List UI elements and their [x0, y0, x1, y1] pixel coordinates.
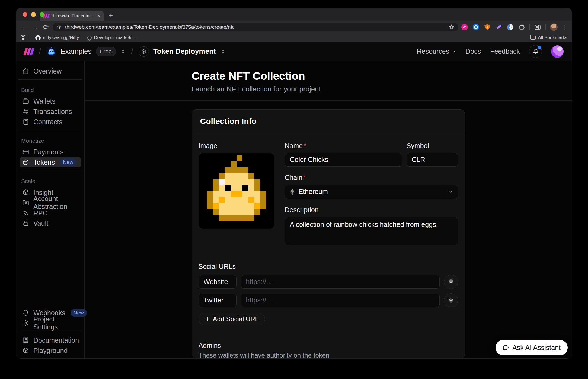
add-social-url-button[interactable]: Add Social URL: [199, 313, 265, 325]
sidebar-section-monetize: Monetize: [21, 138, 81, 144]
extension-purple-icon[interactable]: [495, 24, 502, 31]
sidebar-label: Vault: [33, 219, 48, 227]
social-urls-label: Social URLs: [199, 263, 458, 270]
trash-icon: [448, 279, 454, 285]
ask-ai-assistant-button[interactable]: Ask AI Assistant: [496, 340, 568, 355]
extensions-row: ⋮: [461, 23, 568, 31]
breadcrumb-slash: /: [131, 47, 133, 56]
name-input[interactable]: [285, 153, 402, 167]
plus-icon: [205, 316, 210, 322]
toolbar-divider: [529, 24, 530, 30]
browser-toolbar: ← → ⟳ thirdweb.com/team/examples/Token-D…: [16, 21, 572, 33]
social-platform-input[interactable]: [199, 275, 237, 289]
image-label: Image: [199, 142, 274, 150]
ethereum-icon: [290, 188, 295, 195]
sidebar-item-rpc[interactable]: RPC: [20, 208, 81, 218]
required-asterisk: *: [304, 142, 306, 149]
extension-blue-ring-icon[interactable]: [472, 24, 480, 31]
page-title: Create NFT Collection: [192, 70, 465, 82]
sidebar-item-overview[interactable]: Overview: [20, 66, 81, 76]
sidebar-section-scale: Scale: [21, 178, 81, 184]
sidebar-divider: [18, 79, 82, 80]
sidebar-item-transactions[interactable]: Transactions: [20, 106, 81, 117]
side-panel-search-icon[interactable]: [534, 24, 541, 31]
bookmark-niftyswap[interactable]: niftyswap.gg/Nifty...: [35, 35, 82, 40]
forward-icon[interactable]: →: [31, 23, 39, 31]
project-name[interactable]: Token Deployment: [153, 47, 216, 56]
apps-grid-icon[interactable]: [21, 35, 25, 40]
chevrons-up-down-icon[interactable]: [120, 49, 126, 54]
bell-icon: [22, 309, 29, 316]
package-icon: [22, 189, 29, 196]
sidebar-item-contracts[interactable]: Contracts: [20, 117, 81, 127]
back-icon[interactable]: ←: [20, 23, 28, 31]
sidebar-label: Transactions: [33, 108, 72, 116]
feedback-label: Feedback: [490, 47, 520, 55]
home-icon: [22, 68, 29, 75]
team-name[interactable]: Examples: [60, 47, 91, 56]
plan-badge: Free: [96, 47, 116, 56]
chevron-down-icon: [451, 49, 456, 54]
delete-social-url-button[interactable]: [444, 275, 458, 289]
tab-title: thirdweb: The complete web3: [52, 13, 95, 19]
user-avatar[interactable]: [551, 45, 564, 58]
bookmark-star-icon[interactable]: [449, 24, 455, 30]
folder-circle-icon: [22, 199, 29, 206]
chain-select[interactable]: Ethereum: [285, 185, 458, 199]
bookmark-developer-marketing[interactable]: Developer marketi...: [87, 35, 135, 40]
sidebar-divider: [18, 332, 82, 332]
tab-close-icon[interactable]: ✕: [97, 13, 101, 18]
toolbar-divider: [545, 24, 546, 30]
reload-icon[interactable]: ⟳: [42, 23, 50, 31]
trash-icon: [448, 297, 454, 303]
social-platform-input[interactable]: [199, 294, 237, 307]
sidebar-item-wallets[interactable]: Wallets: [20, 96, 81, 106]
window-controls[interactable]: [23, 12, 44, 17]
description-label: Description: [285, 206, 458, 214]
sidebar-item-documentation[interactable]: Documentation: [20, 335, 81, 345]
symbol-input[interactable]: [407, 153, 458, 167]
browser-window: thirdweb: The complete web3 ✕ + ← → ⟳ th…: [16, 8, 572, 358]
feedback-link[interactable]: Feedback: [490, 47, 520, 55]
sidebar-item-project-settings[interactable]: Project Settings: [20, 318, 81, 328]
thirdweb-logo-icon[interactable]: [23, 48, 34, 55]
minimize-window-button[interactable]: [31, 12, 36, 17]
team-avatar[interactable]: [46, 47, 56, 56]
social-url-input[interactable]: [241, 294, 440, 307]
close-window-button[interactable]: [23, 12, 27, 17]
sidebar-label: Project Settings: [33, 315, 78, 331]
all-bookmarks-button[interactable]: All Bookmarks: [530, 35, 567, 40]
site-header: / Examples Free / Token Deployment Resou…: [16, 42, 572, 61]
new-tab-button[interactable]: +: [109, 11, 113, 20]
add-social-url-label: Add Social URL: [213, 315, 259, 323]
sidebar-item-payments[interactable]: Payments: [20, 147, 81, 157]
name-label: Name*: [285, 142, 402, 150]
chevrons-up-down-icon[interactable]: [220, 49, 226, 54]
resources-menu[interactable]: Resources: [417, 47, 456, 55]
docs-link[interactable]: Docs: [465, 47, 481, 55]
notifications-button[interactable]: [529, 45, 542, 58]
book-icon: [22, 337, 29, 344]
browser-tab[interactable]: thirdweb: The complete web3 ✕: [40, 11, 104, 21]
tab-strip: thirdweb: The complete web3 ✕ +: [16, 8, 572, 21]
metamask-icon[interactable]: [484, 24, 491, 31]
url-bar[interactable]: thirdweb.com/team/examples/Token-Deploym…: [53, 23, 458, 31]
extension-pink-icon[interactable]: [461, 24, 468, 31]
browser-profile-avatar[interactable]: [550, 23, 558, 31]
sidebar-item-account-abstraction[interactable]: Account Abstraction: [20, 198, 81, 208]
browser-menu-icon[interactable]: ⋮: [562, 24, 568, 31]
extensions-puzzle-icon[interactable]: [518, 24, 525, 31]
sidebar-item-playground[interactable]: Playground: [20, 345, 81, 356]
sidebar-item-tokens[interactable]: Tokens New: [20, 157, 81, 167]
delete-social-url-button[interactable]: [444, 293, 458, 307]
sidebar-label: Wallets: [33, 97, 55, 105]
chevron-down-icon: [448, 189, 453, 195]
arrows-left-right-icon: [22, 108, 29, 115]
sidebar-label: Payments: [33, 148, 63, 156]
sidebar-item-vault[interactable]: Vault: [20, 218, 81, 228]
sidebar-divider: [18, 171, 82, 171]
extension-clock-icon[interactable]: [507, 24, 514, 31]
social-url-input[interactable]: [241, 275, 440, 289]
description-textarea[interactable]: A collection of rainbow chicks hatched f…: [285, 217, 458, 245]
collection-image-upload[interactable]: [199, 153, 274, 229]
